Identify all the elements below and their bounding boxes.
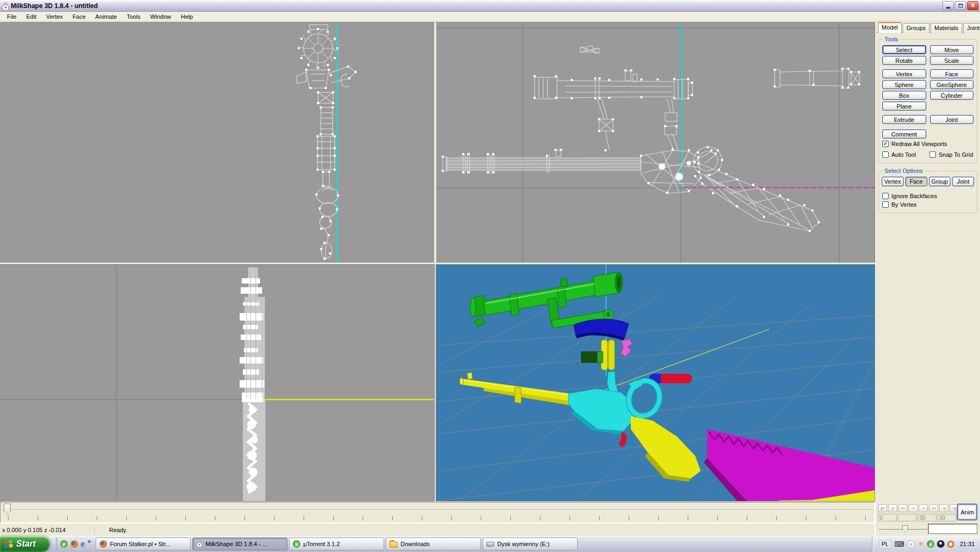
viewport-3d[interactable] bbox=[436, 265, 875, 501]
tool-geosphere-button[interactable]: GeoSphere bbox=[930, 80, 974, 89]
total-frames-field[interactable] bbox=[918, 514, 936, 521]
timeline-thumb[interactable] bbox=[4, 504, 11, 516]
tool-face-button[interactable]: Face bbox=[930, 69, 974, 78]
current-frame-field[interactable] bbox=[878, 514, 897, 521]
menu-window[interactable]: Window bbox=[145, 12, 176, 21]
timeline-track bbox=[2, 510, 873, 510]
by-vertex-checkbox[interactable]: By Vertex bbox=[882, 201, 974, 208]
checkbox-label: By Vertex bbox=[891, 201, 917, 208]
task-removable-disk[interactable]: Dysk wymienny (E:) bbox=[482, 538, 578, 550]
tab-groups[interactable]: Groups bbox=[903, 23, 929, 33]
start-button[interactable]: Start bbox=[0, 536, 49, 552]
step-back-button[interactable]: < bbox=[909, 504, 918, 512]
checkbox-label: Snap To Grid bbox=[939, 151, 973, 158]
select-vertex-button[interactable]: Vertex bbox=[882, 177, 904, 186]
tool-comment-button[interactable]: Comment bbox=[882, 129, 926, 139]
menu-vertex[interactable]: Vertex bbox=[41, 12, 68, 21]
menu-file[interactable]: File bbox=[2, 12, 21, 21]
menu-bar: File Edit Vertex Face Animate Tools Wind… bbox=[0, 12, 980, 21]
next-keyframe-button[interactable]: >| bbox=[939, 504, 948, 512]
tool-box-button[interactable]: Box bbox=[882, 91, 926, 100]
fast-rewind-button[interactable]: << bbox=[898, 504, 907, 512]
fast-forward-button[interactable]: >> bbox=[929, 504, 938, 512]
tool-move-button[interactable]: Move bbox=[930, 45, 974, 54]
steam-icon[interactable] bbox=[937, 540, 945, 548]
utorrent-icon[interactable] bbox=[60, 540, 68, 548]
tool-scale-button[interactable]: Scale bbox=[930, 56, 974, 65]
frame-field-2[interactable] bbox=[898, 514, 917, 521]
end-frame-field[interactable] bbox=[938, 514, 956, 521]
hide-icons-chevron[interactable] bbox=[907, 540, 915, 548]
go-to-start-button[interactable]: ||< bbox=[878, 504, 887, 512]
select-face-button[interactable]: Face bbox=[905, 177, 927, 186]
viewport-bottom-left[interactable] bbox=[0, 265, 434, 501]
language-indicator[interactable]: PL bbox=[879, 540, 891, 548]
viewport-area bbox=[0, 21, 875, 502]
restore-button[interactable] bbox=[955, 1, 966, 10]
task-utorrent[interactable]: µTorrent 3.1.2 bbox=[289, 538, 384, 550]
checkbox-label: Ignore Backfaces bbox=[891, 193, 937, 199]
tool-sphere-button[interactable]: Sphere bbox=[882, 80, 926, 89]
menu-face[interactable]: Face bbox=[68, 12, 90, 21]
tool-rotate-button[interactable]: Rotate bbox=[882, 56, 926, 65]
step-forward-button[interactable]: > bbox=[919, 504, 928, 512]
model-3d-view bbox=[436, 265, 875, 501]
internet-explorer-icon[interactable] bbox=[81, 540, 85, 548]
task-label: Downloads bbox=[400, 541, 429, 547]
menu-edit[interactable]: Edit bbox=[21, 12, 41, 21]
tool-cylinder-button[interactable]: Cylinder bbox=[930, 91, 974, 100]
tools-group-title: Tools bbox=[883, 36, 900, 42]
start-label: Start bbox=[16, 539, 35, 549]
tool-plane-button[interactable]: Plane bbox=[882, 101, 926, 111]
tab-joints[interactable]: Joints bbox=[963, 23, 980, 33]
tool-extrude-button[interactable]: Extrude bbox=[882, 115, 926, 124]
redraw-all-viewports-checkbox[interactable]: Redraw All Viewports bbox=[882, 141, 974, 147]
menu-tools[interactable]: Tools bbox=[122, 12, 146, 21]
snap-to-grid-checkbox[interactable]: Snap To Grid bbox=[929, 151, 974, 158]
tab-model[interactable]: Model bbox=[878, 22, 902, 33]
minimize-button[interactable] bbox=[942, 1, 954, 10]
menu-help[interactable]: Help bbox=[176, 12, 198, 21]
window-title: MilkShape 3D 1.8.4 - untitled bbox=[11, 2, 941, 10]
tab-materials[interactable]: Materials bbox=[931, 23, 962, 33]
firefox-icon[interactable] bbox=[70, 540, 78, 548]
anim-toggle-button[interactable]: Anim bbox=[957, 504, 977, 520]
keyframe-timeline[interactable] bbox=[0, 502, 875, 523]
checkbox-icon bbox=[882, 193, 889, 199]
ignore-backfaces-checkbox[interactable]: Ignore Backfaces bbox=[882, 193, 974, 199]
viewport-top-left[interactable] bbox=[0, 23, 434, 263]
close-button[interactable] bbox=[967, 1, 978, 10]
select-joint-button[interactable]: Joint bbox=[952, 177, 974, 186]
utorrent-tray-icon[interactable] bbox=[927, 540, 934, 548]
task-downloads[interactable]: Downloads bbox=[386, 538, 481, 550]
quick-launch-handle[interactable] bbox=[56, 538, 57, 550]
task-label: MilkShape 3D 1.8.4 - ... bbox=[205, 541, 267, 547]
tool-vertex-button[interactable]: Vertex bbox=[882, 69, 926, 78]
cursor-coordinates: x 0.000 y 0.105 z -0.014 bbox=[0, 527, 95, 533]
frame-number-input[interactable] bbox=[928, 524, 977, 534]
auto-tool-checkbox[interactable]: Auto Tool bbox=[882, 151, 926, 158]
tool-select-button[interactable]: Select bbox=[882, 45, 926, 54]
update-icon[interactable] bbox=[947, 541, 954, 548]
firefox-icon bbox=[99, 540, 107, 548]
drive-icon bbox=[486, 542, 494, 547]
previous-keyframe-button[interactable]: |< bbox=[888, 504, 897, 512]
sun-icon[interactable] bbox=[918, 539, 925, 549]
tool-joint-button[interactable]: Joint bbox=[930, 115, 974, 124]
checkbox-icon bbox=[929, 151, 936, 158]
top-view-wireframe bbox=[0, 23, 434, 263]
keyboard-icon[interactable] bbox=[894, 539, 904, 549]
milkshape-icon bbox=[196, 540, 203, 548]
model-tab-page: Tools Select Move Rotate Scale Vertex Fa… bbox=[876, 32, 979, 494]
task-label: Forum Stalker.pl • Str... bbox=[110, 541, 170, 547]
quick-launch-overflow-chevron[interactable]: » bbox=[88, 538, 91, 544]
menu-animate[interactable]: Animate bbox=[90, 12, 121, 21]
task-milkshape[interactable]: MilkShape 3D 1.8.4 - ... bbox=[192, 538, 287, 550]
select-group-button[interactable]: Group bbox=[929, 177, 951, 186]
viewport-top-right[interactable] bbox=[436, 23, 875, 263]
status-bar: x 0.000 y 0.105 z -0.014 Ready. bbox=[0, 523, 875, 536]
frame-slider-thumb[interactable] bbox=[902, 525, 908, 533]
task-label: Dysk wymienny (E:) bbox=[497, 541, 549, 547]
side-view-wireframe bbox=[436, 23, 875, 263]
task-firefox-forum[interactable]: Forum Stalker.pl • Str... bbox=[96, 538, 191, 550]
